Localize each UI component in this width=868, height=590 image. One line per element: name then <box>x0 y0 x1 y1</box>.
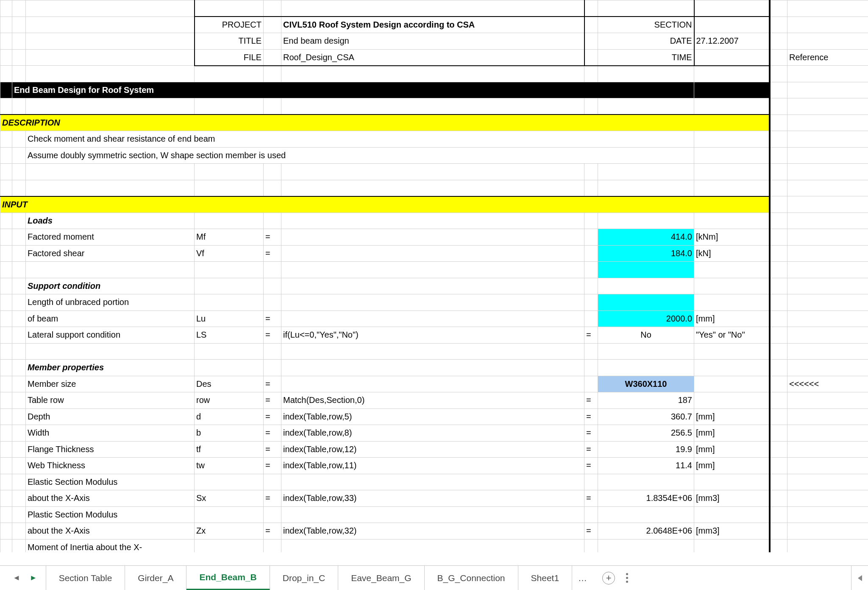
unit-lu: [mm] <box>694 310 770 327</box>
row-tablerow: Table row row = Match(Des,Section,0) = 1… <box>0 392 868 409</box>
tab-nav-prev-icon[interactable]: ◄ <box>13 573 20 582</box>
spreadsheet-grid[interactable]: PROJECT CIVL510 Roof System Design accor… <box>0 0 868 552</box>
heading-description: DESCRIPTION <box>0 115 770 131</box>
row-des: Member size Des = W360X110 <<<<<< <box>0 376 868 392</box>
sheet-tab-drop-in-c[interactable]: Drop_in_C <box>270 566 338 590</box>
sym-des: Des <box>195 376 264 392</box>
subheading-member: Member properties <box>26 360 195 376</box>
label-reference: Reference <box>787 49 868 66</box>
label-file: FILE <box>195 49 264 66</box>
subheading-support: Support condition <box>26 278 195 294</box>
row-lu: of beam Lu = 2000.0 [mm] <box>0 310 868 327</box>
label-mf: Factored moment <box>26 229 195 246</box>
tab-nav-next-icon[interactable]: ► <box>30 573 37 582</box>
row-sx: about the X-Axis Sx = index(Table,row,33… <box>0 490 868 507</box>
label-title: TITLE <box>195 33 264 50</box>
label-time: TIME <box>598 49 694 66</box>
value-vf[interactable]: 184.0 <box>598 245 694 262</box>
sheet-tab-eave-beam-g[interactable]: Eave_Beam_G <box>338 566 424 590</box>
unit-mf: [kNm] <box>694 229 770 246</box>
value-des[interactable]: W360X110 <box>598 376 694 392</box>
section-title: End Beam Design for Roof System <box>12 82 694 98</box>
value-lu[interactable]: 2000.0 <box>598 310 694 327</box>
value-date[interactable]: 27.12.2007 <box>694 33 770 50</box>
heading-input: INPUT <box>0 196 770 213</box>
row-ls: Lateral support condition LS = if(Lu<=0,… <box>0 327 868 344</box>
hscroll-stub[interactable] <box>851 566 868 590</box>
label-section: SECTION <box>598 17 694 33</box>
description-line-1: Check moment and shear resistance of end… <box>26 131 694 148</box>
sheet-tab-sheet1[interactable]: Sheet1 <box>518 566 573 590</box>
row-tf: Flange Thickness tf = index(Table,row,12… <box>0 441 868 458</box>
row-zx: about the X-Axis Zx = index(Table,row,32… <box>0 523 868 540</box>
value-title[interactable]: End beam design <box>281 33 584 50</box>
sym-ls: LS <box>195 327 264 344</box>
tabs-overflow-icon[interactable]: … <box>572 573 593 583</box>
subheading-loads: Loads <box>26 213 195 229</box>
value-time[interactable] <box>694 49 770 66</box>
value-project[interactable]: CIVL510 Roof System Design according to … <box>281 17 584 33</box>
sym-vf: Vf <box>195 245 264 262</box>
label-des: Member size <box>26 376 195 392</box>
sym-mf: Mf <box>195 229 264 246</box>
row-tw: Web Thickness tw = index(Table,row,11) =… <box>0 458 868 474</box>
unit-ls: "Yes" or "No" <box>694 327 770 344</box>
sheet-tab-end-beam-b[interactable]: End_Beam_B <box>186 566 270 590</box>
sheet-tab-girder-a[interactable]: Girder_A <box>125 566 186 590</box>
sheet-tab-section-table[interactable]: Section Table <box>46 566 125 590</box>
row-factored-shear: Factored shear Vf = 184.0 [kN] <box>0 245 868 262</box>
label-lu-1: Length of unbraced portion <box>26 294 195 311</box>
row-factored-moment: Factored moment Mf = 414.0 [kNm] <box>0 229 868 246</box>
description-line-2: Assume doubly symmetric section, W shape… <box>26 147 694 164</box>
label-date: DATE <box>598 33 694 50</box>
row-depth: Depth d = index(Table,row,5) = 360.7 [mm… <box>0 408 868 425</box>
note-des: <<<<<< <box>787 376 868 392</box>
sym-lu: Lu <box>195 310 264 327</box>
label-ls: Lateral support condition <box>26 327 195 344</box>
add-sheet-button[interactable]: + <box>602 572 615 584</box>
label-project: PROJECT <box>195 17 264 33</box>
value-mf[interactable]: 414.0 <box>598 229 694 246</box>
unit-vf: [kN] <box>694 245 770 262</box>
value-section[interactable] <box>694 17 770 33</box>
formula-ls[interactable]: if(Lu<=0,"Yes","No") <box>281 327 584 344</box>
value-ls[interactable]: No <box>598 327 694 344</box>
label-lu-2: of beam <box>26 310 195 327</box>
tab-menu-icon[interactable] <box>626 573 628 583</box>
sheet-tab-bar: ◄ ► Section TableGirder_AEnd_Beam_BDrop_… <box>0 565 868 590</box>
sheet-tab-b-g-connection[interactable]: B_G_Connection <box>425 566 518 590</box>
row-width: Width b = index(Table,row,8) = 256.5 [mm… <box>0 425 868 442</box>
label-vf: Factored shear <box>26 245 195 262</box>
value-file[interactable]: Roof_Design_CSA <box>281 49 584 66</box>
